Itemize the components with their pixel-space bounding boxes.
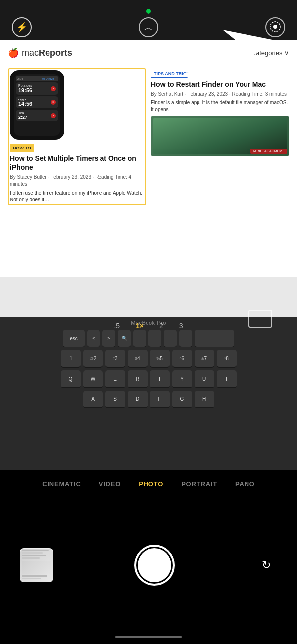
- key-t[interactable]: T: [150, 370, 170, 388]
- key-y[interactable]: Y: [172, 370, 192, 388]
- fn6-key[interactable]: [148, 330, 161, 347]
- key-i[interactable]: I: [217, 370, 237, 388]
- article2-excerpt: Finder is a simple app. It is the defaul…: [151, 99, 289, 113]
- key-d[interactable]: D: [128, 391, 148, 408]
- home-indicator: [115, 636, 182, 638]
- back-key[interactable]: <: [87, 330, 100, 347]
- key-g[interactable]: G: [172, 391, 192, 408]
- tips-badge: TIPS AND TRICKS: [151, 70, 196, 78]
- mode-video[interactable]: VIDEO: [90, 478, 130, 490]
- article-card-2: TIPS AND TRICKS How to Restart Finder on…: [151, 68, 289, 205]
- key-s[interactable]: S: [105, 391, 125, 408]
- site-header: 🍎 macReports Categories ∨: [8, 48, 289, 62]
- article1-meta: By Stacey Butler · February 23, 2023 · R…: [10, 174, 144, 188]
- macbook-viewfinder-content: 🍎 macReports Categories ∨ 2:34: [0, 40, 297, 470]
- keyboard-area: MacBook Pro esc < > 🔍 !1 @2: [0, 317, 297, 470]
- fn-key-row: esc < > 🔍: [4, 330, 293, 347]
- mode-pano[interactable]: PANO: [226, 478, 264, 490]
- bottom-controls: CINEMATIC VIDEO PHOTO PORTRAIT PANO ↻: [0, 470, 297, 644]
- apple-icon: 🍎: [8, 48, 19, 58]
- mode-photo[interactable]: PHOTO: [130, 478, 172, 490]
- zoom-2-button[interactable]: 2: [155, 320, 167, 332]
- key-q[interactable]: Q: [61, 370, 81, 388]
- zoom-1x-button[interactable]: 1×: [132, 320, 148, 332]
- settings-circle-icon: [269, 20, 282, 35]
- key-e[interactable]: E: [105, 370, 125, 388]
- trackpad-key[interactable]: [195, 330, 234, 347]
- articles-grid: 2:34 All Active + Potatoes 19: [8, 68, 289, 205]
- zoom-controls: .5 1× 2 3: [110, 320, 187, 332]
- key-2[interactable]: @2: [83, 350, 103, 368]
- shutter-button[interactable]: [134, 545, 175, 586]
- key-4[interactable]: $4: [128, 350, 148, 368]
- fwd-key[interactable]: >: [102, 330, 115, 347]
- timer-delete-icon: ×: [51, 113, 56, 118]
- zoom-05-button[interactable]: .5: [110, 320, 124, 332]
- key-f[interactable]: F: [150, 391, 170, 408]
- camera-top-controls: ⚡ ︿: [0, 0, 297, 45]
- key-7[interactable]: &7: [195, 350, 214, 368]
- website-display: 🍎 macReports Categories ∨ 2:34: [0, 40, 297, 277]
- article1-title: How to Set Multiple Timers at Once on iP…: [10, 154, 144, 172]
- chevron-up-icon: ︿: [144, 21, 153, 33]
- logo-text: macReports: [22, 48, 72, 58]
- thumbnail-content: [20, 549, 53, 582]
- key-6[interactable]: ^6: [172, 350, 192, 368]
- phone-screen: 2:34 All Active + Potatoes 19: [14, 74, 60, 136]
- asdf-row: A S D F G H: [4, 391, 293, 408]
- timer-eggs: eggs 14:56 ×: [16, 96, 58, 108]
- timer-delete-icon: ×: [51, 100, 56, 105]
- chevron-up-button[interactable]: ︿: [139, 17, 158, 37]
- article2-title: How to Restart Finder on Your Mac: [151, 80, 289, 89]
- qwerty-row: Q W E R T Y U I: [4, 370, 293, 388]
- flash-icon: ⚡: [16, 22, 27, 33]
- number-key-row: !1 @2 #3 $4 %5 ^6 &7 *8: [4, 350, 293, 368]
- flip-camera-button[interactable]: ↻: [255, 554, 277, 576]
- how-to-badge: HOW TO: [10, 144, 34, 152]
- ad-overlay: TARİHİ AGAÇMEM...: [250, 149, 287, 154]
- camera-settings-button[interactable]: [265, 17, 285, 37]
- search-fn-key[interactable]: 🔍: [118, 330, 131, 347]
- svg-point-1: [273, 25, 277, 29]
- site-logo: 🍎 macReports: [8, 48, 72, 58]
- article1-excerpt: I often use the timer feature on my iPho…: [10, 190, 144, 203]
- timer-delete-icon: ×: [51, 86, 56, 91]
- categories-button[interactable]: Categories ∨: [251, 50, 289, 57]
- esc-key[interactable]: esc: [63, 330, 85, 347]
- key-a[interactable]: A: [83, 391, 103, 408]
- key-3[interactable]: #3: [105, 350, 125, 368]
- fn8-key[interactable]: [179, 330, 192, 347]
- mode-portrait[interactable]: PORTRAIT: [172, 478, 226, 490]
- fn5-key[interactable]: [133, 330, 146, 347]
- key-5[interactable]: %5: [150, 350, 170, 368]
- key-w[interactable]: W: [83, 370, 103, 388]
- article2-image: TARİHİ AGAÇMEM...: [151, 116, 289, 156]
- mode-cinematic[interactable]: CINEMATIC: [33, 478, 90, 490]
- key-8[interactable]: *8: [217, 350, 237, 368]
- timer-tea: Tea 2:27 ×: [16, 110, 58, 121]
- shutter-inner: [138, 548, 171, 582]
- timer-potatoes: Potatoes 19:56 ×: [16, 82, 58, 95]
- zoom-3-button[interactable]: 3: [175, 320, 187, 332]
- mode-selector: CINEMATIC VIDEO PHOTO PORTRAIT PANO: [0, 470, 297, 495]
- article-card-1: 2:34 All Active + Potatoes 19: [8, 68, 146, 205]
- flash-button[interactable]: ⚡: [12, 17, 32, 37]
- key-r[interactable]: R: [128, 370, 148, 388]
- key-1[interactable]: !1: [61, 350, 81, 368]
- article2-meta: By Serhat Kurt · February 23, 2023 · Rea…: [151, 91, 289, 98]
- camera-buttons-row: ↻: [0, 495, 297, 636]
- scan-frame-icon: [248, 310, 272, 328]
- key-h[interactable]: H: [195, 391, 214, 408]
- camera-viewfinder: ⚡ ︿ 🍎: [0, 0, 297, 470]
- fn7-key[interactable]: [164, 330, 177, 347]
- photo-thumbnail[interactable]: [20, 548, 53, 582]
- key-u[interactable]: U: [195, 370, 214, 388]
- phone-mockup: 2:34 All Active + Potatoes 19: [10, 70, 64, 140]
- keyboard: esc < > 🔍 !1 @2 #3 $4 %5 ^6: [0, 328, 297, 413]
- flip-camera-icon: ↻: [262, 559, 271, 572]
